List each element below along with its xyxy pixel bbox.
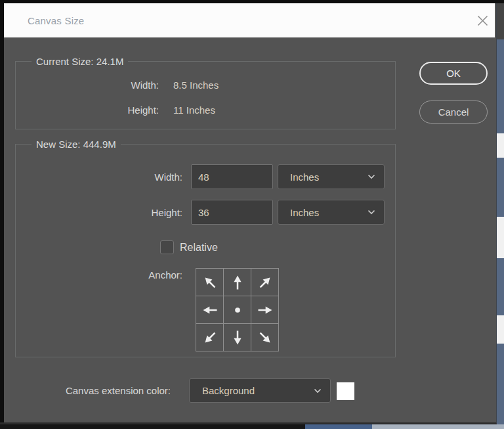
anchor-cell-left[interactable] bbox=[196, 296, 224, 324]
anchor-cell-down[interactable] bbox=[224, 324, 251, 351]
background-app-sliver bbox=[496, 0, 504, 429]
close-icon bbox=[477, 15, 488, 26]
backdrop-segment bbox=[496, 258, 504, 315]
arrow-down-icon bbox=[228, 328, 247, 347]
current-height-value: 11 Inches bbox=[173, 104, 215, 116]
arrow-down-left-icon bbox=[197, 325, 223, 351]
width-unit-value: Inches bbox=[290, 171, 319, 183]
anchor-cell-center[interactable] bbox=[224, 296, 251, 324]
chevron-down-icon bbox=[368, 210, 375, 215]
backdrop-segment bbox=[496, 344, 504, 424]
width-unit-select[interactable]: Inches bbox=[278, 164, 385, 189]
ok-button[interactable]: OK bbox=[419, 62, 488, 85]
chevron-down-icon bbox=[368, 174, 375, 179]
backdrop-segment bbox=[496, 158, 504, 217]
extension-color-swatch[interactable] bbox=[337, 382, 354, 400]
backdrop-segment bbox=[305, 424, 372, 429]
anchor-cell-down-right[interactable] bbox=[251, 324, 279, 351]
new-size-group: New Size: 444.9M Width: Inches Height: I… bbox=[15, 144, 396, 357]
anchor-cell-up-left[interactable] bbox=[196, 269, 224, 296]
anchor-grid bbox=[196, 268, 279, 351]
canvas-extension-color-value: Background bbox=[202, 385, 255, 396]
dialog-title: Canvas Size bbox=[28, 15, 84, 26]
canvas-size-dialog: Canvas Size Current Size: 24.1M Width: 8… bbox=[0, 3, 497, 424]
current-size-legend: Current Size: 24.1M bbox=[32, 56, 128, 67]
anchor-cell-down-left[interactable] bbox=[196, 324, 224, 351]
current-width-label: Width: bbox=[16, 79, 159, 91]
arrow-up-right-icon bbox=[252, 269, 278, 296]
window-frame-top bbox=[0, 0, 504, 3]
height-unit-value: Inches bbox=[290, 207, 319, 218]
relative-row: Relative bbox=[160, 240, 218, 254]
chevron-down-icon bbox=[314, 388, 322, 394]
anchor-label: Anchor: bbox=[16, 269, 182, 281]
anchor-cell-up[interactable] bbox=[224, 269, 251, 296]
new-size-legend: New Size: 444.9M bbox=[32, 139, 121, 150]
canvas-extension-color-label: Canvas extension color: bbox=[0, 385, 171, 396]
current-width-row: Width: 8.5 Inches bbox=[16, 79, 395, 91]
arrow-up-icon bbox=[228, 273, 247, 292]
backdrop-segment bbox=[496, 0, 504, 39]
new-height-input[interactable] bbox=[191, 200, 273, 225]
current-height-row: Height: 11 Inches bbox=[16, 104, 395, 116]
new-height-label: Height: bbox=[16, 207, 182, 218]
backdrop-segment bbox=[496, 315, 504, 344]
backdrop-segment bbox=[496, 133, 504, 158]
new-width-label: Width: bbox=[16, 171, 182, 183]
current-height-label: Height: bbox=[16, 104, 159, 116]
new-width-input[interactable] bbox=[191, 164, 273, 189]
backdrop-segment bbox=[496, 217, 504, 258]
titlebar[interactable]: Canvas Size bbox=[4, 3, 495, 37]
window-frame-left bbox=[0, 3, 4, 422]
anchor-cell-right[interactable] bbox=[251, 296, 279, 324]
current-width-value: 8.5 Inches bbox=[173, 79, 219, 91]
background-app-bottom-strip bbox=[0, 424, 504, 429]
arrow-down-right-icon bbox=[252, 325, 278, 351]
relative-label: Relative bbox=[180, 242, 218, 254]
height-unit-select[interactable]: Inches bbox=[278, 200, 385, 225]
relative-checkbox[interactable] bbox=[160, 240, 174, 254]
arrow-left-icon bbox=[201, 301, 219, 319]
close-button[interactable] bbox=[471, 9, 494, 32]
anchor-cell-up-right[interactable] bbox=[251, 269, 279, 296]
arrow-up-left-icon bbox=[197, 269, 223, 296]
canvas-extension-color-select[interactable]: Background bbox=[189, 378, 331, 403]
current-size-group: Current Size: 24.1M Width: 8.5 Inches He… bbox=[15, 61, 396, 129]
arrow-right-icon bbox=[256, 301, 274, 319]
cancel-button[interactable]: Cancel bbox=[419, 101, 488, 124]
anchor-center-dot-icon bbox=[228, 301, 247, 319]
backdrop-segment bbox=[496, 39, 504, 133]
backdrop-segment bbox=[372, 424, 504, 429]
backdrop-segment bbox=[0, 424, 305, 429]
